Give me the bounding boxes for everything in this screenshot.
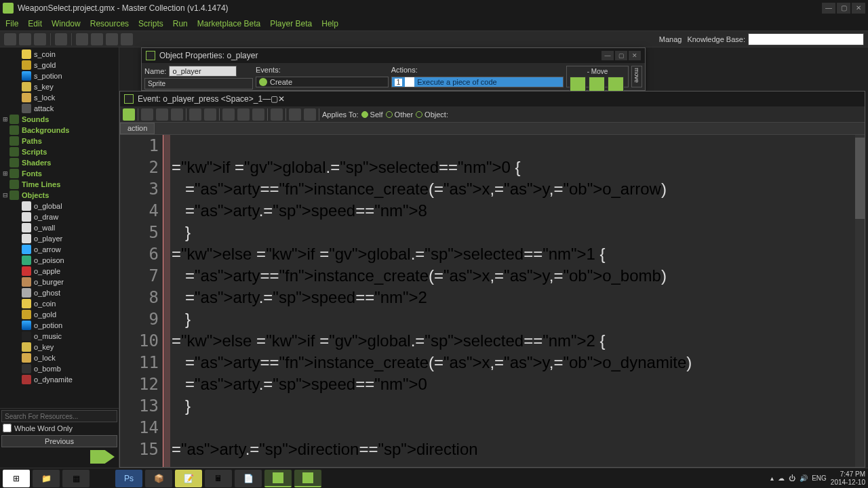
object-properties-window[interactable]: Object Properties: o_player — ▢ ✕ Name: … xyxy=(141,47,646,91)
code-minimize-button[interactable]: — xyxy=(262,94,271,104)
scrollbar-thumb[interactable] xyxy=(855,138,865,219)
code-editor-window[interactable]: Event: o_player_press <Space>_1 — ▢ ✕ xyxy=(119,91,865,468)
tray-icon[interactable]: 🔊 xyxy=(800,474,808,482)
tree-item-o-potion[interactable]: o_potion xyxy=(1,320,117,331)
tree-item-o-key[interactable]: o_key xyxy=(1,342,117,352)
search-resources-input[interactable] xyxy=(1,410,117,422)
manage-label[interactable]: Manag xyxy=(659,35,682,43)
cut-icon[interactable] xyxy=(222,108,235,121)
minimize-button[interactable]: — xyxy=(822,3,835,14)
tree-folder-sounds[interactable]: ⊞Sounds xyxy=(1,114,117,125)
tree-item-o-lock[interactable]: o_lock xyxy=(1,352,117,363)
compile-icon[interactable] xyxy=(121,33,133,45)
new-icon[interactable] xyxy=(4,33,16,45)
menu-file[interactable]: File xyxy=(5,19,18,28)
tree-folder-fonts[interactable]: ⊞Fonts xyxy=(1,168,117,179)
save-icon[interactable] xyxy=(34,33,46,45)
tree-folder-shaders[interactable]: Shaders xyxy=(1,157,117,168)
tray-icon[interactable]: ☁ xyxy=(778,474,785,482)
menu-player[interactable]: Player Beta xyxy=(270,19,312,28)
stop-icon[interactable] xyxy=(106,33,118,45)
tree-item-s-key[interactable]: s_key xyxy=(1,81,117,92)
tree-item-attack[interactable]: attack xyxy=(1,103,117,114)
tree-item-o-apple[interactable]: o_apple xyxy=(1,266,117,277)
clock-time[interactable]: 7:47 PM xyxy=(831,470,865,479)
clock-date[interactable]: 2014-12-10 xyxy=(831,479,865,487)
app-icon[interactable]: 📦 xyxy=(145,470,172,487)
undo-icon[interactable] xyxy=(189,108,201,121)
copy-icon[interactable] xyxy=(237,108,250,121)
photoshop-icon[interactable]: Ps xyxy=(115,470,142,487)
maximize-button[interactable]: ▢ xyxy=(837,3,850,14)
tree-item-o-wall[interactable]: o_wall xyxy=(1,222,117,233)
print-icon[interactable] xyxy=(171,108,183,121)
tree-item-s-potion[interactable]: s_potion xyxy=(1,70,117,81)
tab-action[interactable]: action xyxy=(120,123,155,134)
tree-folder-paths[interactable]: Paths xyxy=(1,136,117,146)
paste-icon[interactable] xyxy=(252,108,264,121)
open-icon[interactable] xyxy=(19,33,31,45)
scrollbar[interactable] xyxy=(855,135,865,467)
object-name-input[interactable] xyxy=(169,66,237,77)
store-icon[interactable]: ▦ xyxy=(62,470,90,487)
tree-item-o-ghost[interactable]: o_ghost xyxy=(1,287,117,298)
object-window-titlebar[interactable]: Object Properties: o_player — ▢ ✕ xyxy=(142,48,645,63)
obj-minimize-button[interactable]: — xyxy=(601,51,614,60)
tree-folder-objects[interactable]: ⊟Objects xyxy=(1,190,117,201)
tree-item-o-arrow[interactable]: o_arrow xyxy=(1,244,117,255)
menu-resources[interactable]: Resources xyxy=(90,19,129,28)
calc-icon[interactable]: 🖩 xyxy=(205,470,232,487)
previous-button[interactable]: Previous xyxy=(1,435,117,447)
tree-item-o-poison[interactable]: o_poison xyxy=(1,255,117,266)
confirm-icon[interactable] xyxy=(123,108,135,121)
menu-run[interactable]: Run xyxy=(173,19,188,28)
close-button[interactable]: ✕ xyxy=(852,3,865,14)
gamemaker-icon-2[interactable] xyxy=(294,470,321,487)
debug-icon[interactable] xyxy=(91,33,103,45)
event-create[interactable]: Create xyxy=(256,77,389,87)
code-window-titlebar[interactable]: Event: o_player_press <Space>_1 — ▢ ✕ xyxy=(120,92,865,106)
notes-icon[interactable]: 📝 xyxy=(175,470,202,487)
menu-scripts[interactable]: Scripts xyxy=(138,19,163,28)
gamemaker-icon[interactable] xyxy=(264,470,292,487)
tree-item-s-coin[interactable]: s_coin xyxy=(1,49,117,60)
export-icon[interactable] xyxy=(55,33,67,45)
code-editor[interactable]: ="kw">if ="gv">global.="sp">selected=="n… xyxy=(170,135,855,467)
tree-item-o-draw[interactable]: o_draw xyxy=(1,211,117,222)
redo-icon[interactable] xyxy=(204,108,216,121)
tray-icon[interactable]: ⏻ xyxy=(789,474,795,482)
start-button[interactable]: ⊞ xyxy=(3,470,30,487)
run-icon[interactable] xyxy=(76,33,88,45)
tree-item-s-lock[interactable]: s_lock xyxy=(1,92,117,103)
action-execute-code[interactable]: 1 Execute a piece of code xyxy=(391,77,564,87)
move-tab[interactable]: move xyxy=(631,66,642,87)
tray-up-icon[interactable]: ▴ xyxy=(770,474,774,482)
find-icon[interactable] xyxy=(271,108,283,121)
tray-lang[interactable]: ENG xyxy=(812,474,827,482)
tree-folder-scripts[interactable]: Scripts xyxy=(1,146,117,157)
code-maximize-button[interactable]: ▢ xyxy=(271,94,278,104)
menu-window[interactable]: Window xyxy=(52,19,81,28)
tree-item-o-dynamite[interactable]: o_dynamite xyxy=(1,374,117,385)
goto-icon[interactable] xyxy=(304,108,316,121)
open-icon[interactable] xyxy=(141,108,153,121)
kb-input[interactable] xyxy=(748,33,864,45)
tree-folder-backgrounds[interactable]: Backgrounds xyxy=(1,125,117,136)
menu-edit[interactable]: Edit xyxy=(28,19,42,28)
tree-folder-timelines[interactable]: Time Lines xyxy=(1,179,117,190)
menu-help[interactable]: Help xyxy=(321,19,338,28)
notepad-icon[interactable]: 📄 xyxy=(235,470,262,487)
tree-item-s-gold[interactable]: s_gold xyxy=(1,60,117,70)
tree-item-o-global[interactable]: o_global xyxy=(1,201,117,211)
explorer-icon[interactable]: 📁 xyxy=(33,470,60,487)
whole-word-checkbox[interactable]: Whole Word Only xyxy=(1,422,117,434)
save-icon[interactable] xyxy=(156,108,168,121)
obj-close-button[interactable]: ✕ xyxy=(629,51,641,60)
system-tray[interactable]: ▴ ☁ ⏻ 🔊 ENG 7:47 PM 2014-12-10 xyxy=(770,470,865,487)
code-close-button[interactable]: ✕ xyxy=(278,94,285,104)
tree-item-o-bomb[interactable]: o_bomb xyxy=(1,363,117,374)
menu-marketplace[interactable]: Marketplace Beta xyxy=(197,19,260,28)
tree-item-o-player[interactable]: o_player xyxy=(1,233,117,244)
applies-self-radio[interactable]: Self xyxy=(361,110,383,119)
applies-other-radio[interactable]: Other xyxy=(386,110,414,119)
